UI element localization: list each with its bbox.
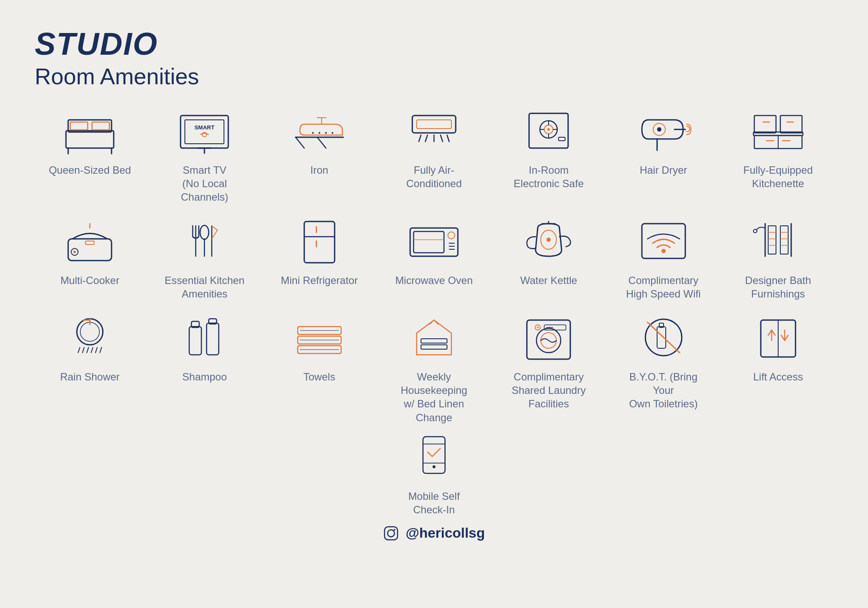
page-title: STUDIO <box>35 26 833 62</box>
svg-point-19 <box>325 132 327 134</box>
amenity-byot: B.Y.O.T. (Bring YourOwn Toiletries) <box>608 309 718 424</box>
byot-icon <box>629 309 698 366</box>
iron-icon <box>285 102 354 159</box>
lift-label: Lift Access <box>753 370 803 383</box>
svg-rect-50 <box>68 239 112 261</box>
wifi-label: ComplimentaryHigh Speed Wifi <box>626 274 701 301</box>
svg-rect-61 <box>304 221 335 263</box>
svg-rect-36 <box>559 137 565 141</box>
svg-line-91 <box>78 347 80 353</box>
amenity-housekeeping: Weekly Housekeepingw/ Bed Linen Change <box>379 309 489 424</box>
svg-line-13 <box>296 137 304 148</box>
amenity-tv: SMART Smart TV(No Local Channels) <box>149 102 260 204</box>
page: STUDIO Room Amenities Queen-Sized Bed <box>0 0 868 608</box>
towels-icon <box>285 309 354 366</box>
svg-line-94 <box>91 347 93 353</box>
instagram-icon <box>383 525 399 541</box>
svg-point-18 <box>319 132 320 134</box>
amenity-kitchenette: Fully-EquippedKitchenette <box>723 102 833 204</box>
tv-icon: SMART <box>170 102 239 159</box>
page-subtitle: Room Amenities <box>35 63 833 89</box>
svg-rect-21 <box>412 116 456 133</box>
bath-label: Designer BathFurnishings <box>745 274 811 301</box>
kitchen-label: Essential KitchenAmenities <box>164 274 244 301</box>
bath-icon <box>743 213 813 269</box>
housekeeping-icon <box>399 309 469 366</box>
header: STUDIO Room Amenities <box>35 26 833 89</box>
byot-label: B.Y.O.T. (Bring YourOwn Toiletries) <box>620 370 707 411</box>
svg-line-14 <box>317 137 326 148</box>
svg-line-93 <box>87 347 89 353</box>
svg-rect-80 <box>768 226 776 254</box>
towels-label: Towels <box>303 370 335 383</box>
wifi-icon <box>629 213 698 269</box>
shower-icon <box>55 309 125 366</box>
svg-line-27 <box>447 135 449 142</box>
ac-icon <box>399 102 469 159</box>
amenity-bed: Queen-Sized Bed <box>35 102 145 204</box>
instagram-handle: @hericollsg <box>406 525 485 541</box>
svg-rect-42 <box>780 116 802 133</box>
microwave-icon <box>399 213 469 269</box>
fridge-icon <box>285 213 354 269</box>
amenity-multicooker: Multi-Cooker <box>35 213 145 301</box>
svg-point-59 <box>200 225 209 239</box>
amenity-mobile: Mobile SelfCheck-In <box>399 429 469 516</box>
svg-rect-132 <box>385 527 398 540</box>
fridge-label: Mini Refrigerator <box>281 274 358 287</box>
amenity-laundry: ComplimentaryShared LaundryFacilities <box>493 309 604 424</box>
svg-point-54 <box>73 251 76 253</box>
svg-point-117 <box>537 327 539 328</box>
footer: @hericollsg <box>35 525 833 541</box>
amenity-shampoo: Shampoo <box>149 309 260 424</box>
mobile-icon <box>399 429 469 485</box>
amenity-towels: Towels <box>264 309 375 424</box>
amenity-wifi: ComplimentaryHigh Speed Wifi <box>608 213 718 301</box>
svg-rect-0 <box>66 131 114 148</box>
kitchenette-icon <box>743 102 813 159</box>
shampoo-icon <box>170 309 239 366</box>
svg-point-73 <box>546 238 551 242</box>
laundry-label: ComplimentaryShared LaundryFacilities <box>512 370 586 411</box>
multicooker-label: Multi-Cooker <box>60 274 119 287</box>
svg-point-131 <box>433 465 436 468</box>
safe-icon <box>514 102 583 159</box>
svg-point-20 <box>332 132 333 134</box>
tv-label: Smart TV(No Local Channels) <box>161 163 248 204</box>
svg-rect-6 <box>181 116 228 148</box>
svg-line-95 <box>95 347 97 353</box>
svg-point-90 <box>80 322 99 341</box>
svg-point-68 <box>448 232 455 239</box>
svg-rect-41 <box>754 116 776 133</box>
svg-point-35 <box>547 128 550 131</box>
kitchenette-label: Fully-EquippedKitchenette <box>743 163 813 190</box>
safe-label: In-RoomElectronic Safe <box>514 163 584 190</box>
svg-line-26 <box>441 135 443 142</box>
amenity-fridge: Mini Refrigerator <box>264 213 375 301</box>
bottom-row: Mobile SelfCheck-In <box>35 429 833 516</box>
amenities-grid: Queen-Sized Bed SMART Smart TV(No Local … <box>35 102 833 424</box>
svg-rect-2 <box>70 122 88 130</box>
svg-rect-99 <box>189 327 201 355</box>
kettle-icon <box>514 213 583 269</box>
svg-point-134 <box>394 529 395 531</box>
hairdryer-icon <box>629 102 698 159</box>
amenity-lift: Lift Access <box>723 309 833 424</box>
svg-rect-22 <box>417 120 451 129</box>
svg-rect-3 <box>92 122 109 130</box>
kitchen-icon <box>170 213 239 269</box>
amenity-iron: Iron <box>264 102 375 204</box>
svg-point-88 <box>753 229 757 233</box>
kettle-label: Water Kettle <box>520 274 577 287</box>
svg-rect-81 <box>780 226 788 254</box>
svg-text:SMART: SMART <box>194 124 214 131</box>
svg-point-40 <box>657 127 661 132</box>
svg-rect-113 <box>527 320 570 359</box>
amenity-hairdryer: Hair Dryer <box>608 102 718 204</box>
svg-rect-101 <box>207 323 219 355</box>
lift-icon <box>743 309 813 366</box>
svg-rect-111 <box>421 339 447 343</box>
shampoo-label: Shampoo <box>182 370 227 383</box>
shower-label: Rain Shower <box>60 370 119 383</box>
amenity-kitchen: Essential KitchenAmenities <box>149 213 260 301</box>
